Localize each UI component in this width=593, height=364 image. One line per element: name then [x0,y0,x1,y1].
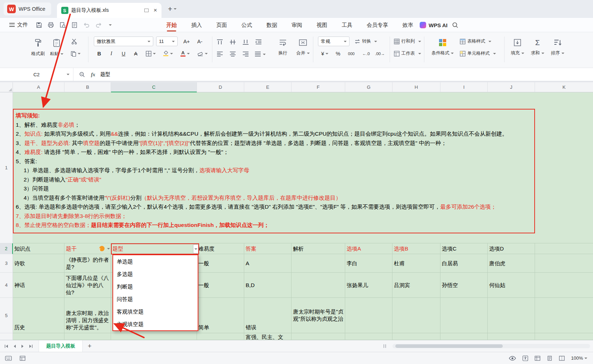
dropdown-item-multi-choice[interactable]: 多选题 [113,268,198,280]
cell[interactable]: 唐伯虎 [488,254,535,273]
dropdown-item-true-false[interactable]: 判断题 [113,280,198,293]
column-header-e[interactable]: E [244,82,291,92]
cell[interactable]: 一般 [197,254,244,273]
cell[interactable] [345,298,392,333]
cell[interactable]: 张扬果儿 [345,273,392,298]
tab-review[interactable]: 审阅 [284,18,309,32]
new-tab-button[interactable]: + [168,5,172,13]
cell[interactable] [535,298,593,333]
cell[interactable] [535,254,593,273]
dropdown-item-objective-blank[interactable]: 客观填空题 [113,305,198,318]
increase-decimal-button[interactable]: ←.0 [360,49,372,58]
cell[interactable] [392,333,440,340]
tab-list-caret-icon[interactable] [174,8,177,10]
borders-button[interactable] [143,49,158,58]
column-header-d[interactable]: D [197,82,244,92]
column-header-c[interactable]: C [111,82,197,92]
qat-customize-caret-icon[interactable] [109,24,112,26]
cell[interactable]: 唐太宗时期，政治清明，国力强盛史称"开元盛世"。 [64,298,111,333]
font-name-select[interactable]: 微软雅黑 [94,37,153,46]
tab-close-icon[interactable]: × [154,7,157,14]
prev-sheet-icon[interactable] [13,344,16,348]
cell[interactable] [440,333,488,340]
increase-font-button[interactable]: A+ [180,37,193,46]
cell[interactable] [535,333,593,340]
row-header-3[interactable]: 3 [0,254,13,273]
zoom-control[interactable]: 100% [571,355,587,361]
tab-data[interactable]: 数据 [259,18,284,32]
zoom-caret-icon[interactable] [584,358,587,359]
cell[interactable]: 《静夜思》的作者是? [64,254,111,273]
cell[interactable]: B,D [244,273,291,298]
tab-view[interactable]: 视图 [309,18,334,32]
page-break-view-icon[interactable] [559,356,565,361]
cell[interactable] [13,333,64,340]
tab-restore-icon[interactable] [144,9,149,12]
cell[interactable]: 李白 [345,254,392,273]
fill-color-button[interactable] [160,49,175,58]
header-cell-answer[interactable]: 答案 [244,243,291,254]
print-icon[interactable] [48,22,54,28]
cell[interactable]: 简单 [197,298,244,333]
merge-cells-button[interactable]: 合并 [293,35,313,64]
cell[interactable] [291,273,345,298]
align-top-icon[interactable] [215,37,225,47]
column-header-g[interactable]: G [345,82,392,92]
cell[interactable]: 诗歌 [13,254,64,273]
copy-button[interactable] [69,49,82,58]
horizontal-scrollbar[interactable] [392,344,590,348]
cell[interactable]: 神话 [13,273,64,298]
tab-home[interactable]: 开始 [159,18,184,32]
align-middle-icon[interactable] [228,37,238,47]
header-cell-qtype[interactable]: 题型 [111,243,197,254]
worksheet-button[interactable]: 工作表 [394,49,421,58]
column-header-k[interactable]: K [535,82,593,92]
currency-format-button[interactable]: ¥ [318,49,332,58]
cell-style-button[interactable]: 单元格样式 [460,49,496,58]
strikethrough-button[interactable]: A [130,49,141,58]
cell[interactable]: 历史 [13,298,64,333]
cell-dropdown-trigger[interactable] [193,244,198,253]
row-header-5[interactable]: 5 [0,298,13,333]
decrease-decimal-button[interactable]: .00→ [373,49,387,58]
header-cell-option-c[interactable]: 选项C [440,243,488,254]
file-menu-button[interactable]: 文件 [9,21,28,28]
zoom-bar-icon[interactable] [79,72,85,78]
cell[interactable] [392,298,440,333]
column-header-j[interactable]: J [488,82,535,92]
table-style-button[interactable]: 表格样式 [460,37,491,46]
formula-bar-content[interactable]: 题型 [100,71,110,78]
cell[interactable]: 错误 [244,298,291,333]
cell[interactable]: 富强、民主、文 [244,333,291,340]
cut-button[interactable] [69,37,79,46]
header-cell-knowledge[interactable]: 知识点 [13,243,64,254]
paste-button[interactable]: 粘贴 [47,35,67,64]
dropdown-item-qa[interactable]: 问答题 [113,293,198,305]
cell-mode-icon[interactable] [20,356,25,361]
search-icon[interactable] [452,22,458,28]
eye-protect-icon[interactable] [509,356,516,361]
header-cell-stem[interactable]: 题干 ! [64,243,111,254]
header-cell-option-d[interactable]: 选项D [488,243,535,254]
add-sheet-button[interactable]: + [88,343,92,350]
convert-button[interactable]: 转换 [355,37,377,46]
qtype-dropdown-list[interactable]: 单选题 多选题 判断题 问答题 客观填空题 主观填空题 [112,254,198,331]
header-cell-difficulty[interactable]: 难易度 [197,243,244,254]
dropdown-item-subjective-blank[interactable]: 主观填空题 [113,318,198,330]
cell[interactable] [345,333,392,340]
document-tab[interactable]: S 题目导入模板.xls × [57,3,161,18]
cell[interactable]: 何仙姑 [488,273,535,298]
align-left-icon[interactable] [215,49,225,59]
sheet-tab[interactable]: 题目导入模板 [39,340,83,352]
cell[interactable]: 唐太宗时期年号是"贞观"所以称为贞观之治 [291,298,345,333]
row-header-1[interactable]: 1 [0,92,13,243]
select-all-corner[interactable] [0,82,13,92]
redo-icon[interactable] [95,22,102,28]
column-header-a[interactable]: A [13,82,64,92]
wps-ai-button[interactable]: WPS AI [420,18,448,32]
tab-tools[interactable]: 工具 [334,18,360,32]
conditional-format-button[interactable]: 条件格式 [428,35,457,64]
print-preview-icon[interactable] [59,22,66,28]
align-center-icon[interactable] [228,49,238,59]
cell[interactable]: 下面哪几位是《八仙过海》中的八仙? [64,273,111,298]
